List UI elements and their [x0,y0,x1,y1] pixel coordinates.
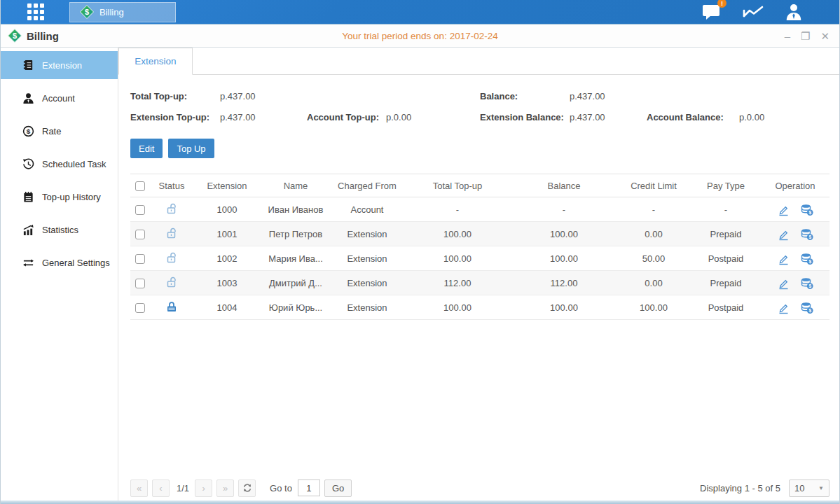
user-icon[interactable] [785,3,803,21]
billing-diamond-icon [8,29,22,43]
edit-icon[interactable] [777,276,790,290]
balance-summary: Total Top-up: p.437.00 Extension Top-up:… [118,75,839,130]
last-page-button[interactable]: » [216,479,234,497]
topup-icon[interactable] [800,227,813,241]
sidebar-item-label: Account [42,93,75,104]
row-checkbox[interactable] [135,254,145,264]
lock-open-icon [165,251,178,264]
sidebar-item-extension[interactable]: Extension [1,51,118,79]
window-bottom-edge [1,500,839,504]
trial-notice: Your trial period ends on: 2017-02-24 [1,31,839,41]
column-total-topup: Total Top-up [404,174,511,197]
page-size-select[interactable]: 10 ▼ [789,479,829,497]
sidebar-item-account[interactable]: Account [1,84,118,112]
column-extension: Extension [193,174,261,197]
topup-icon[interactable] [800,276,813,290]
edit-icon[interactable] [777,203,790,216]
bar-chart-icon [22,224,34,236]
sidebar-item-label: Top-up History [42,192,101,202]
extension-balance-value: p.437.00 [570,112,647,122]
table-header-row: Status Extension Name Charged From Total… [130,174,829,197]
topup-icon[interactable] [800,301,813,314]
row-checkbox[interactable] [135,279,145,288]
topbar-right-icons: ! [702,3,803,21]
topbar-billing-tab[interactable]: Billing [69,2,176,22]
tab-strip: Extension [118,48,839,75]
ledger-icon [22,59,34,71]
action-buttons: Edit Top Up [118,130,839,158]
main-content: Extension Total Top-up: p.437.00 Extensi… [118,48,839,504]
table-row: 1000 Иван Иванов Account - - - - [130,197,829,222]
chart-icon[interactable] [743,4,764,20]
edit-button[interactable]: Edit [130,139,163,158]
goto-page-input[interactable] [298,479,320,496]
sidebar-item-rate[interactable]: $ Rate [1,117,118,145]
page-title: Billing [27,30,59,42]
row-checkbox[interactable] [135,303,145,313]
chat-icon[interactable]: ! [702,3,722,21]
sidebar-item-scheduled-task[interactable]: Scheduled Task [1,150,118,178]
lock-closed-icon [165,300,178,313]
next-page-button[interactable]: › [195,479,212,497]
chevron-down-icon: ▼ [818,485,824,491]
app-grid-icon[interactable] [27,4,44,20]
history-clock-icon [22,158,34,170]
sidebar-item-label: Scheduled Task [42,159,106,169]
edit-icon[interactable] [777,252,790,265]
top-navigation-bar: Billing ! [1,0,839,24]
table-row: 1001 Петр Петров Extension 100.00 100.00… [130,222,829,246]
column-operation: Operation [761,174,829,197]
refresh-icon[interactable] [238,479,256,497]
close-icon[interactable]: ✕ [820,31,829,41]
sidebar: Extension Account $ Rate [1,48,118,504]
table-row: 1003 Дмитрий Д... Extension 112.00 112.0… [130,271,829,295]
column-name: Name [261,174,331,197]
row-checkbox[interactable] [135,230,145,239]
sidebar-item-statistics[interactable]: Statistics [1,216,118,244]
column-credit-limit: Credit Limit [617,174,691,197]
column-status: Status [150,174,193,197]
topup-icon[interactable] [800,203,813,216]
row-checkbox[interactable] [135,205,145,215]
extension-topup-label: Extension Top-up: [130,112,220,122]
extension-topup-value: p.437.00 [220,112,307,122]
sidebar-item-topup-history[interactable]: Top-up History [1,183,118,211]
column-charged-from: Charged From [331,174,404,197]
balance-label: Balance: [480,91,570,102]
extension-table: Status Extension Name Charged From Total… [130,174,829,320]
lock-open-icon [165,227,178,239]
window-controls: – ❐ ✕ [785,31,829,41]
svg-text:$: $ [27,127,31,135]
account-balance-value: p.0.00 [739,112,829,122]
go-button[interactable]: Go [324,479,352,497]
table-row: 1002 Мария Ива... Extension 100.00 100.0… [130,246,829,271]
person-icon [22,92,34,104]
billing-diamond-icon [80,5,94,19]
billing-app-window: Billing ! [0,0,840,504]
column-pay-type: Pay Type [691,174,761,197]
goto-label: Go to [270,483,292,493]
coin-icon: $ [22,125,34,137]
first-page-button[interactable]: « [130,479,148,497]
pagination-bar: « ‹ 1/1 › » Go to Go Displaying [118,479,839,497]
lock-open-icon [165,276,178,288]
window-title-bar: Billing Your trial period ends on: 2017-… [1,24,839,48]
table-row: 1004 Юрий Юрь... Extension 100.00 100.00… [130,295,829,320]
minimize-icon[interactable]: – [785,31,790,41]
total-topup-label: Total Top-up: [130,91,220,102]
tab-extension[interactable]: Extension [118,48,193,75]
account-balance-label: Account Balance: [647,112,739,122]
select-all-checkbox[interactable] [135,181,145,191]
sidebar-item-general-settings[interactable]: General Settings [1,248,118,276]
total-topup-value: p.437.00 [220,91,480,102]
maximize-icon[interactable]: ❐ [801,31,810,41]
edit-icon[interactable] [777,227,790,241]
topup-icon[interactable] [800,252,813,265]
balance-value: p.437.00 [570,91,829,102]
topbar-billing-tab-label: Billing [99,7,124,18]
sliders-icon [22,257,34,269]
prev-page-button[interactable]: ‹ [152,479,170,497]
top-up-button[interactable]: Top Up [168,139,214,158]
edit-icon[interactable] [777,301,790,314]
account-topup-label: Account Top-up: [307,112,386,122]
